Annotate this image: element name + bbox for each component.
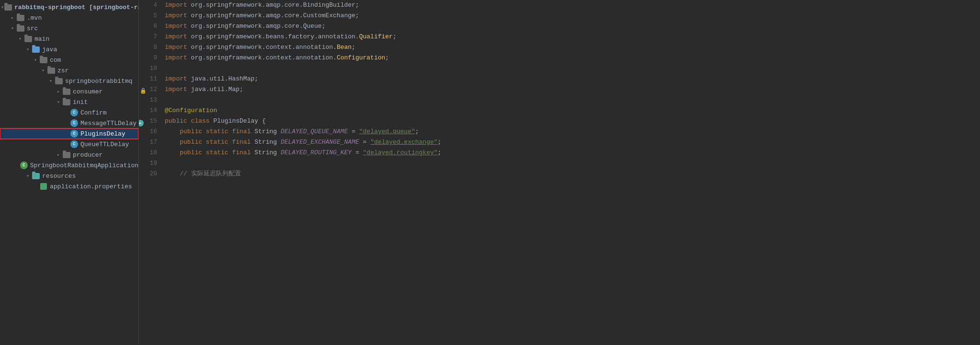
line-number: 6 bbox=[139, 21, 163, 32]
springbootapp-label: SpringbootRabbitmqApplication bbox=[30, 162, 138, 169]
tree-arrow bbox=[16, 36, 24, 42]
line-content bbox=[163, 158, 980, 169]
tree-item-springbootapp[interactable]: C SpringbootRabbitmqApplication bbox=[0, 160, 138, 171]
tree-arrow bbox=[55, 99, 62, 105]
main-folder-icon bbox=[24, 34, 33, 43]
producer-folder-icon bbox=[62, 150, 71, 159]
tree-item-producer[interactable]: producer bbox=[0, 150, 138, 160]
tree-arrow bbox=[47, 78, 55, 84]
tree-item-main[interactable]: main bbox=[0, 34, 138, 44]
pluginsdelay-label: PluginsDelay bbox=[80, 130, 125, 138]
resources-folder-icon bbox=[32, 172, 40, 180]
appprops-icon bbox=[39, 182, 48, 191]
line-content bbox=[163, 95, 980, 105]
java-folder-icon bbox=[32, 45, 40, 54]
tree-item-resources[interactable]: resources bbox=[0, 171, 138, 181]
tree-item-zsr[interactable]: zsr bbox=[0, 65, 138, 76]
line-number: 7 bbox=[139, 32, 163, 42]
tree-item-java[interactable]: java bbox=[0, 44, 138, 55]
tree-item-mvn[interactable]: .mvn bbox=[0, 12, 138, 23]
messagettldelay-label: MessageTTLDelay bbox=[80, 120, 137, 127]
line-content[interactable]: import org.springframework.amqp.core.Bin… bbox=[163, 0, 980, 11]
src-folder-icon bbox=[16, 24, 25, 33]
line-number: 4 bbox=[139, 0, 163, 11]
mvn-label: .mvn bbox=[27, 14, 42, 22]
line-number: 11 bbox=[139, 74, 163, 84]
code-line-6: 6 import org.springframework.amqp.core.Q… bbox=[139, 21, 980, 32]
root-label: rabbitmq-springboot [springboot-rabbitmq… bbox=[14, 4, 139, 11]
springbootapp-class-icon: C bbox=[20, 161, 28, 170]
line-number: 8 bbox=[139, 42, 163, 53]
code-line-20: 20 // 实际延迟队列配置 bbox=[139, 169, 980, 179]
tree-item-com[interactable]: com bbox=[0, 55, 138, 65]
confirm-class-icon: C bbox=[70, 108, 79, 117]
line-content bbox=[163, 63, 980, 74]
tree-arrow bbox=[24, 46, 32, 52]
code-line-8: 8 import org.springframework.context.ann… bbox=[139, 42, 980, 53]
line-number: 16 bbox=[139, 126, 163, 137]
springbootrabbitmq-label: springbootrabbitmq bbox=[65, 78, 132, 85]
code-line-10: 10 bbox=[139, 63, 980, 74]
tree-item-src[interactable]: src bbox=[0, 23, 138, 34]
springbootrabbitmq-folder-icon bbox=[55, 77, 63, 85]
tree-item-appprops[interactable]: application.properties bbox=[0, 181, 138, 192]
line-content[interactable]: public static final String DELAYED_EXCHA… bbox=[163, 137, 980, 148]
tree-item-consumer[interactable]: consumer bbox=[0, 86, 138, 97]
line-content[interactable]: import org.springframework.beans.factory… bbox=[163, 32, 980, 42]
code-line-15: 15 ▶ public class PluginsDelay { bbox=[139, 116, 980, 126]
zsr-label: zsr bbox=[57, 67, 68, 74]
mvn-folder-icon bbox=[16, 13, 25, 22]
line-content[interactable]: @Configuration bbox=[163, 105, 980, 116]
code-line-16: 16 public static final String DELAYED_QU… bbox=[139, 126, 980, 137]
src-label: src bbox=[27, 25, 38, 32]
java-label: java bbox=[42, 46, 57, 53]
init-label: init bbox=[73, 99, 88, 106]
line-content[interactable]: public static final String DELAYED_QUEUE… bbox=[163, 126, 980, 137]
tree-arrow bbox=[24, 173, 32, 179]
tree-arrow bbox=[39, 68, 47, 73]
code-line-17: 17 public static final String DELAYED_EX… bbox=[139, 137, 980, 148]
tree-item-pluginsdelay[interactable]: C PluginsDelay bbox=[0, 128, 138, 139]
tree-arrow bbox=[9, 25, 16, 31]
project-tree[interactable]: rabbitmq-springboot [springboot-rabbitmq… bbox=[0, 0, 139, 345]
code-line-5: 5 import org.springframework.amqp.core.C… bbox=[139, 11, 980, 21]
queuettldelay-class-icon: C bbox=[70, 140, 79, 149]
tree-item-messagettldelay[interactable]: C MessageTTLDelay bbox=[0, 118, 138, 128]
pluginsdelay-class-icon: C bbox=[70, 129, 79, 138]
line-content[interactable]: import org.springframework.amqp.core.Que… bbox=[163, 21, 980, 32]
line-number: 13 bbox=[139, 95, 163, 105]
code-line-19: 19 bbox=[139, 158, 980, 169]
queuettldelay-label: QueueTTLDelay bbox=[80, 141, 129, 148]
code-line-7: 7 import org.springframework.beans.facto… bbox=[139, 32, 980, 42]
line-number: 19 bbox=[139, 158, 163, 169]
line-content[interactable]: import java.util.Map; bbox=[163, 84, 980, 95]
tree-root[interactable]: rabbitmq-springboot [springboot-rabbitmq… bbox=[0, 2, 138, 12]
line-number: 5 bbox=[139, 11, 163, 21]
tree-arrow bbox=[32, 57, 39, 63]
tree-arrow bbox=[9, 15, 16, 21]
code-line-14: 14 @Configuration bbox=[139, 105, 980, 116]
line-content[interactable]: // 实际延迟队列配置 bbox=[163, 169, 980, 179]
code-line-11: 11 import java.util.HashMap; bbox=[139, 74, 980, 84]
line-content[interactable]: import org.springframework.amqp.core.Cus… bbox=[163, 11, 980, 21]
tree-item-confirm[interactable]: C Confirm bbox=[0, 107, 138, 118]
line-content[interactable]: public static final String DELAYED_ROUTI… bbox=[163, 148, 980, 158]
line-content[interactable]: public class PluginsDelay { bbox=[163, 116, 980, 126]
line-content[interactable]: import java.util.HashMap; bbox=[163, 74, 980, 84]
code-editor[interactable]: 4 import org.springframework.amqp.core.B… bbox=[139, 0, 980, 345]
zsr-folder-icon bbox=[47, 66, 56, 75]
line-content[interactable]: import org.springframework.context.annot… bbox=[163, 53, 980, 63]
line-content[interactable]: import org.springframework.context.annot… bbox=[163, 42, 980, 53]
tree-item-init[interactable]: init bbox=[0, 97, 138, 107]
tree-arrow bbox=[55, 89, 62, 94]
tree-item-queuettldelay[interactable]: C QueueTTLDelay bbox=[0, 139, 138, 150]
tree-arrow bbox=[55, 152, 62, 158]
resources-label: resources bbox=[42, 172, 76, 180]
line-number: 9 bbox=[139, 53, 163, 63]
tree-item-springbootrabbitmq[interactable]: springbootrabbitmq bbox=[0, 76, 138, 86]
com-label: com bbox=[50, 57, 61, 64]
code-line-4: 4 import org.springframework.amqp.core.B… bbox=[139, 0, 980, 11]
consumer-label: consumer bbox=[73, 88, 103, 95]
code-line-12: 🔒12 import java.util.Map; bbox=[139, 84, 980, 95]
code-line-9: 9 import org.springframework.context.ann… bbox=[139, 53, 980, 63]
